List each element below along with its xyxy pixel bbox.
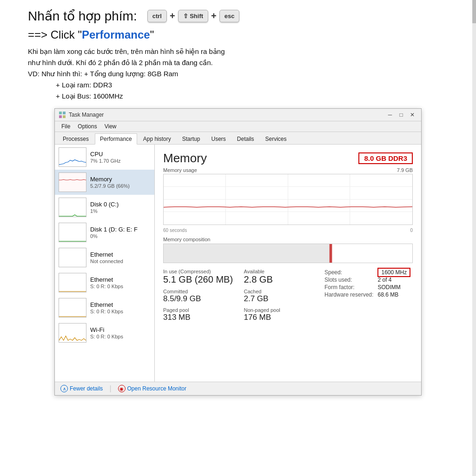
paged-label: Paged pool [163,307,235,313]
mem-graph-svg [59,173,86,192]
disk0-sub: 1% [90,208,151,214]
slots-row: Slots used: 2 of 4 [324,276,413,284]
sidebar-item-wifi[interactable]: Wi-Fi S: 0 R: 0 Kbps [55,320,154,345]
tab-apphistory[interactable]: App history [138,133,176,144]
arrow-text: ==> [28,28,47,41]
tab-details[interactable]: Details [232,133,259,144]
wifi-name: Wi-Fi [90,326,151,333]
key-ctrl: ctrl [147,10,167,22]
sidebar-item-disk1[interactable]: Disk 1 (D: G: E: F 0% [55,220,154,245]
instruction-text: Nhấn tổ hợp phím: [28,8,137,24]
form-value: SODIMM [376,284,413,291]
plus-1: + [170,11,175,21]
left-stats: In use (Compressed) 5.1 GB (260 MB) Avai… [163,269,315,322]
svg-rect-7 [59,223,86,242]
stat-row-3: Paged pool 313 MB Non-paged pool 176 MB [163,307,315,322]
memory-usage-chart [163,174,413,225]
sidebar-item-memory[interactable]: Memory 5.2/7.9 GB (66%) [55,170,154,195]
monitor-icon: ◉ [118,385,126,392]
svg-rect-0 [59,112,62,114]
committed-label: Committed [163,289,235,294]
close-quote: " [150,28,154,41]
mem-info: Memory 5.2/7.9 GB (66%) [90,176,151,189]
tab-services[interactable]: Services [260,133,292,144]
cached-value: 2.7 GB [244,294,316,304]
wifi-graph [59,323,86,343]
description-block: Khi bạn làm xong các bước trên, trên màn… [28,46,448,102]
hw-row: Hardware reserved: 68.6 MB [324,291,413,298]
sidebar-item-disk0[interactable]: Disk 0 (C:) 1% [55,195,154,220]
wifi-sub: S: 0 R: 0 Kbps [90,334,151,339]
mem-name: Memory [90,176,151,183]
sidebar-item-eth1[interactable]: Ethernet Not connected [55,245,154,270]
tab-startup[interactable]: Startup [177,133,205,144]
nonpaged-label: Non-paged pool [244,307,316,313]
paged-block: Paged pool 313 MB [163,307,235,322]
bottombar: ∧ Fewer details | ◉ Open Resource Monito… [55,382,421,395]
svg-rect-21 [332,244,412,263]
tm-body: CPU 7% 1.70 GHz Memor [55,145,421,382]
eth3-graph [59,298,86,317]
close-button[interactable]: ✕ [407,111,417,119]
menu-view[interactable]: View [101,122,120,131]
speed-label: Speed: [324,269,376,276]
eth2-graph-svg [59,273,86,292]
sidebar: CPU 7% 1.70 GHz Memor [55,145,155,382]
eth1-name: Ethernet [90,251,151,258]
svg-rect-2 [59,115,62,118]
wifi-info: Wi-Fi S: 0 R: 0 Kbps [90,326,151,339]
slots-label: Slots used: [324,276,376,284]
disk0-graph [59,198,86,217]
committed-value: 8.5/9.9 GB [163,294,235,304]
form-row: Form factor: SODIMM [324,284,413,291]
tab-users[interactable]: Users [206,133,231,144]
stat-row-1: In use (Compressed) 5.1 GB (260 MB) Avai… [163,269,315,285]
disk1-sub: 0% [90,233,151,239]
fewer-details-link[interactable]: ∧ Fewer details [60,385,103,392]
titlebar: Task Manager ─ □ ✕ [55,109,421,121]
svg-rect-1 [63,112,66,114]
example-indent: + Loại ram: DDR3 + Loại Bus: 1600MHz [56,79,448,102]
maximize-button[interactable]: □ [396,111,406,119]
sidebar-item-eth2[interactable]: Ethernet S: 0 R: 0 Kbps [55,270,154,295]
memory-header: Memory 8.0 GB DDR3 [163,151,413,165]
eth1-graph [59,248,86,267]
menu-file[interactable]: File [58,122,74,131]
description-main: Khi bạn làm xong các bước trên, trên màn… [28,47,225,78]
tab-performance[interactable]: Performance [95,133,137,145]
sidebar-scroll: CPU 7% 1.70 GHz Memor [55,145,154,345]
cpu-graph [59,147,86,167]
key-esc: esc [219,10,240,22]
speed-badge: 1600 MHz [377,268,410,277]
sidebar-item-eth3[interactable]: Ethernet S: 0 R: 0 Kbps [55,295,154,320]
eth1-sub: Not connected [90,258,151,264]
hw-label: Hardware reserved: [324,291,376,298]
stat-row-2: Committed 8.5/9.9 GB Cached 2.7 GB [163,289,315,304]
instruction-row: Nhấn tổ hợp phím: ctrl + ⇧ Shift + esc [28,8,448,24]
speed-value: 1600 MHz [376,269,413,276]
open-monitor-link[interactable]: ◉ Open Resource Monitor [118,385,186,392]
disk0-info: Disk 0 (C:) 1% [90,201,151,214]
menu-options[interactable]: Options [74,122,100,131]
page-wrapper: Nhấn tổ hợp phím: ctrl + ⇧ Shift + esc =… [0,0,476,404]
chart-time-labels: 60 seconds 0 [163,228,413,233]
memory-chart-svg [164,174,412,225]
disk0-graph-svg [59,198,86,217]
tab-processes[interactable]: Processes [58,133,94,144]
composition-chart [163,244,413,263]
time-left: 60 seconds [163,228,187,233]
right-stats-table: Speed: 1600 MHz Slots used: 2 of 4 Form [324,269,413,298]
performance-word: Performance [82,28,150,41]
chart-label-row: Memory usage 7.9 GB [163,167,413,173]
composition-label: Memory composition [163,237,413,242]
available-value: 2.8 GB [244,274,316,285]
eth2-info: Ethernet S: 0 R: 0 Kbps [90,276,151,289]
svg-rect-3 [63,115,66,118]
eth3-sub: S: 0 R: 0 Kbps [90,309,151,314]
svg-rect-8 [59,248,86,267]
mem-graph [59,172,86,192]
click-line: ==> Click "Performance" [28,28,448,41]
eth3-graph-svg [59,298,86,317]
minimize-button[interactable]: ─ [385,111,395,119]
sidebar-item-cpu[interactable]: CPU 7% 1.70 GHz [55,145,154,170]
